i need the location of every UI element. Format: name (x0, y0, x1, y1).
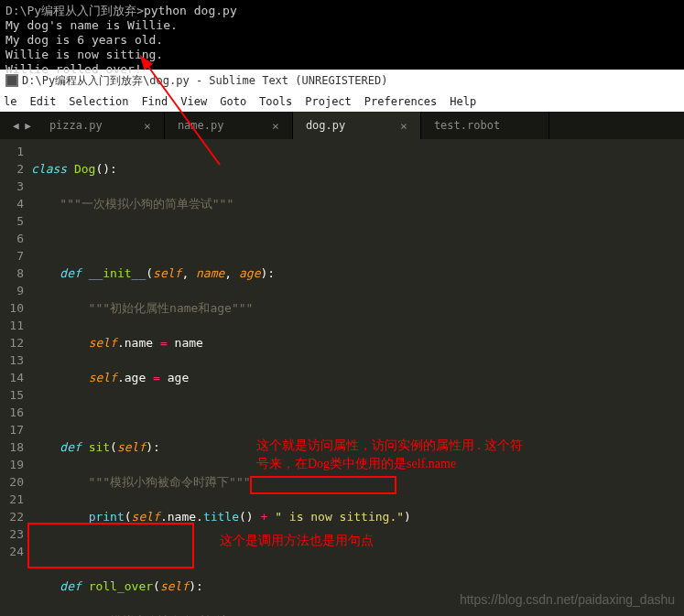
line-number: 21 (0, 491, 24, 508)
close-icon[interactable]: × (400, 119, 407, 133)
menu-file[interactable]: le (4, 95, 16, 108)
menu-find[interactable]: Find (141, 95, 168, 108)
close-icon[interactable]: × (144, 119, 151, 133)
annotation-box-2 (27, 523, 194, 568)
line-number: 7 (0, 247, 24, 265)
line-number: 13 (0, 351, 24, 369)
line-number: 24 (0, 543, 24, 560)
tab-name[interactable]: name.py× (165, 112, 293, 139)
tab-label: pizza.py (49, 119, 103, 132)
line-number: 1 (0, 143, 24, 160)
menu-selection[interactable]: Selection (69, 95, 128, 108)
tab-test[interactable]: test.robot (421, 112, 549, 139)
menu-preferences[interactable]: Preferences (364, 95, 437, 108)
tab-nav-arrows[interactable]: ◀ ▶ (7, 112, 37, 139)
menu-edit[interactable]: Edit (29, 95, 56, 108)
svg-rect-1 (7, 76, 16, 85)
window-titlebar: D:\Py编程从入门到放弃\dog.py - Sublime Text (UNR… (0, 70, 684, 92)
line-number: 3 (0, 178, 24, 195)
line-number: 9 (0, 282, 24, 299)
tab-pizza[interactable]: pizza.py× (37, 112, 165, 139)
app-icon (5, 74, 18, 87)
annotation-text-2: 号来，在Dog类中使用的是self.name (256, 456, 456, 472)
menu-help[interactable]: Help (450, 95, 476, 108)
terminal-output: D:\Py编程从入门到放弃>python dog.py My dog's nam… (0, 0, 684, 70)
line-number: 16 (0, 404, 24, 421)
line-gutter: 1 2 3 4 5 6 7 8 9 10 11 12 13 14 15 16 1… (0, 139, 31, 616)
line-number: 15 (0, 386, 24, 404)
menu-bar: le Edit Selection Find View Goto Tools P… (0, 92, 684, 112)
line-number: 10 (0, 299, 24, 317)
tab-label: test.robot (434, 119, 500, 132)
line-number: 22 (0, 508, 24, 525)
tab-bar: ◀ ▶ pizza.py× name.py× dog.py× test.robo… (0, 112, 684, 139)
line-number: 20 (0, 473, 24, 491)
tab-label: dog.py (306, 119, 345, 132)
annotation-box-1 (250, 476, 396, 494)
menu-tools[interactable]: Tools (259, 95, 292, 108)
menu-view[interactable]: View (180, 95, 207, 108)
terminal-line: My dog's name is Willie. (5, 18, 178, 32)
tab-label: name.py (178, 119, 224, 132)
line-number: 12 (0, 334, 24, 351)
line-number: 18 (0, 438, 24, 456)
line-number: 14 (0, 369, 24, 386)
terminal-line: My dog is 6 years old. (5, 33, 163, 47)
line-number: 2 (0, 160, 24, 178)
watermark: https://blog.csdn.net/paidaxing_dashu (460, 592, 675, 607)
window-title: D:\Py编程从入门到放弃\dog.py - Sublime Text (UNR… (22, 73, 387, 89)
annotation-text-3: 这个是调用方法也是用句点 (220, 533, 374, 549)
line-number: 17 (0, 421, 24, 438)
menu-project[interactable]: Project (305, 95, 352, 108)
menu-goto[interactable]: Goto (220, 95, 246, 108)
annotation-text-1: 这个就是访问属性，访问实例的属性用 . 这个符 (256, 438, 523, 454)
line-number: 11 (0, 317, 24, 334)
line-number: 8 (0, 265, 24, 282)
line-number: 6 (0, 230, 24, 247)
line-number: 4 (0, 195, 24, 212)
terminal-prompt: D:\Py编程从入门到放弃> (5, 4, 144, 17)
line-number: 19 (0, 456, 24, 473)
line-number: 23 (0, 525, 24, 543)
terminal-cmd: python dog.py (144, 4, 237, 17)
close-icon[interactable]: × (272, 119, 279, 133)
tab-dog[interactable]: dog.py× (293, 112, 421, 139)
terminal-line: Willie is now sitting. (5, 48, 163, 61)
line-number: 5 (0, 212, 24, 230)
